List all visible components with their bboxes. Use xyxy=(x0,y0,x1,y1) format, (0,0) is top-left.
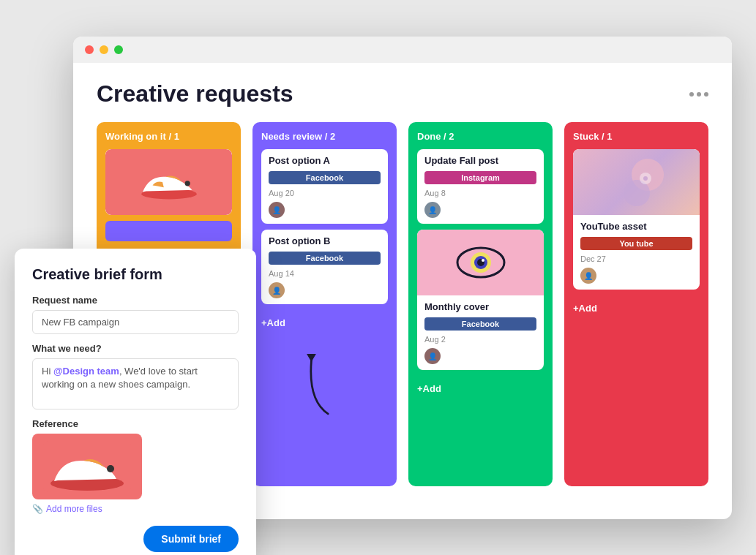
page-header: Creative requests xyxy=(97,80,708,107)
card-cover-title: Monthly cover xyxy=(424,301,536,312)
column-review-header: Needs review / 2 xyxy=(261,131,388,142)
card-post-b-title: Post option B xyxy=(269,235,381,246)
card-post-option-a[interactable]: Post option A Facebook Aug 20 👤 xyxy=(261,149,388,224)
column-working-header: Working on it / 1 xyxy=(105,131,232,142)
column-done: Done / 2 Update Fall post Instagram Aug … xyxy=(408,122,553,486)
svg-marker-11 xyxy=(307,354,316,362)
card-post-b-badge: Facebook xyxy=(269,252,381,265)
card-post-a-title: Post option A xyxy=(269,155,381,166)
card-post-b-date: Aug 14 xyxy=(269,269,381,278)
column-review: Needs review / 2 Post option A Facebook … xyxy=(252,122,397,486)
eye-image xyxy=(417,230,544,295)
svg-point-6 xyxy=(482,259,484,262)
browser-titlebar xyxy=(73,37,732,63)
what-we-need-textarea[interactable]: Hi @Design team, We'd love to start work… xyxy=(32,358,239,409)
shoe-image xyxy=(105,149,232,215)
submit-button[interactable]: Submit brief xyxy=(143,526,239,552)
card-post-option-b[interactable]: Post option B Facebook Aug 14 👤 xyxy=(261,230,388,304)
avatar: 👤 xyxy=(269,282,285,298)
card-yt-date: Dec 27 xyxy=(580,254,692,263)
column-done-header: Done / 2 xyxy=(417,131,544,142)
youtube-card-image xyxy=(573,149,700,215)
form-title: Creative brief form xyxy=(32,266,239,283)
request-name-label: Request name xyxy=(32,295,239,306)
request-name-input[interactable] xyxy=(32,310,239,334)
minimize-dot[interactable] xyxy=(100,45,108,54)
avatar: 👤 xyxy=(424,202,441,218)
svg-point-14 xyxy=(107,465,114,472)
card-cover-badge: Facebook xyxy=(424,317,536,331)
creative-brief-form: Creative brief form Request name What we… xyxy=(15,249,256,555)
reference-image xyxy=(32,434,142,499)
column-stuck-header: Stuck / 1 xyxy=(573,131,700,142)
card-fall-post[interactable]: Update Fall post Instagram Aug 8 👤 xyxy=(417,149,544,224)
mention-tag: @Design team xyxy=(53,366,119,377)
card-fall-title: Update Fall post xyxy=(424,155,536,166)
card-yt-badge: You tube xyxy=(580,237,692,250)
review-add-button[interactable]: +Add xyxy=(261,314,285,331)
expand-dot[interactable] xyxy=(114,45,123,54)
avatar: 👤 xyxy=(269,202,285,218)
card-shoe xyxy=(105,149,232,215)
svg-point-10 xyxy=(643,176,648,181)
avatar: 👤 xyxy=(424,348,441,364)
paperclip-icon: 📎 xyxy=(32,504,43,514)
column-stuck: Stuck / 1 YouTube asset You tube xyxy=(564,122,708,486)
avatar: 👤 xyxy=(580,268,596,284)
reference-label: Reference xyxy=(32,418,239,429)
add-files-link[interactable]: 📎 Add more files xyxy=(32,504,239,514)
card-youtube-asset[interactable]: YouTube asset You tube Dec 27 👤 xyxy=(573,149,700,290)
more-options-button[interactable] xyxy=(689,92,708,97)
add-files-label: Add more files xyxy=(46,504,102,514)
stuck-add-button[interactable]: +Add xyxy=(573,300,597,317)
what-we-need-label: What we need? xyxy=(32,343,239,354)
card-monthly-cover[interactable]: Monthly cover Facebook Aug 2 👤 xyxy=(417,230,544,370)
card-cover-date: Aug 2 xyxy=(424,335,536,344)
card-fall-avatars: 👤 xyxy=(424,202,536,218)
card-post-a-avatars: 👤 xyxy=(269,202,381,218)
card-fall-badge: Instagram xyxy=(424,171,536,184)
done-add-button[interactable]: +Add xyxy=(417,380,441,397)
card-yt-avatars: 👤 xyxy=(580,268,692,284)
arrow-overlay xyxy=(285,347,344,423)
card-post-b-avatars: 👤 xyxy=(269,282,381,298)
svg-point-1 xyxy=(184,181,190,186)
card-post-a-badge: Facebook xyxy=(269,171,381,184)
card-fall-date: Aug 8 xyxy=(424,189,536,197)
card-cover-avatars: 👤 xyxy=(424,348,536,364)
close-dot[interactable] xyxy=(85,45,94,54)
working-purple-strip xyxy=(105,221,232,241)
card-yt-title: YouTube asset xyxy=(580,221,692,232)
card-post-a-date: Aug 20 xyxy=(269,189,381,197)
page-title: Creative requests xyxy=(97,80,293,107)
